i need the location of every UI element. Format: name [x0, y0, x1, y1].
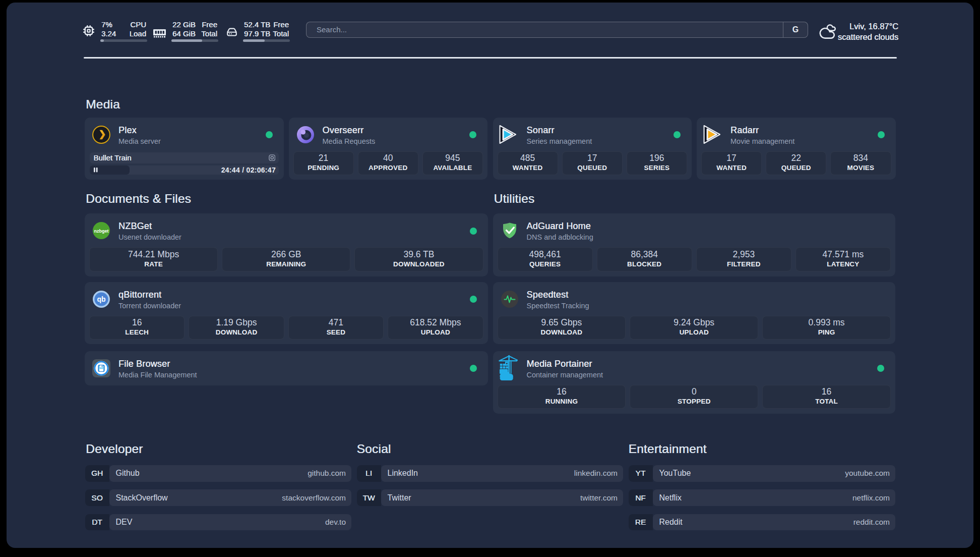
svg-text:nzbget: nzbget: [94, 229, 109, 234]
svg-text:qb: qb: [97, 295, 105, 303]
